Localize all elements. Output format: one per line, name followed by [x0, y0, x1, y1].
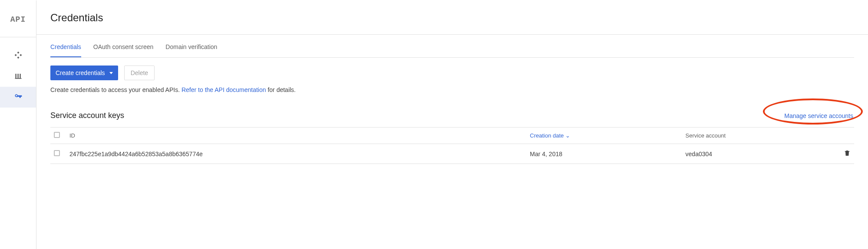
table-row[interactable]: 247fbc225e1a9db4424a6b52853a5a8b6365774e… — [50, 144, 854, 164]
section-header: Service account keys Manage service acco… — [50, 111, 854, 121]
row-checkbox[interactable] — [54, 150, 60, 156]
diamond-icon — [14, 51, 23, 61]
nav-library[interactable] — [0, 66, 36, 87]
nav-dashboard[interactable] — [0, 45, 36, 66]
cell-id: 247fbc225e1a9db4424a6b52853a5a8b6365774e — [66, 144, 526, 164]
section-title: Service account keys — [50, 111, 124, 120]
chevron-down-icon: ⌄ — [565, 132, 570, 139]
select-all-checkbox[interactable] — [54, 132, 60, 138]
tab-credentials[interactable]: Credentials — [50, 36, 81, 57]
tab-domain-verification[interactable]: Domain verification — [165, 36, 217, 57]
cell-service-account: veda0304 — [682, 144, 837, 164]
service-account-keys-table: ID Creation date⌄ Service account 247fbc… — [50, 127, 854, 164]
col-id[interactable]: ID — [66, 128, 526, 144]
col-service-account[interactable]: Service account — [682, 128, 837, 144]
main: Credentials Credentials OAuth consent sc… — [36, 0, 868, 249]
page-header: Credentials — [36, 0, 868, 35]
create-credentials-label: Create credentials — [56, 69, 105, 76]
key-icon — [14, 92, 23, 102]
nav-credentials[interactable] — [0, 87, 36, 108]
delete-button[interactable]: Delete — [124, 66, 155, 80]
delete-row-button[interactable] — [844, 151, 851, 158]
page-title: Credentials — [50, 12, 854, 24]
manage-service-accounts-link[interactable]: Manage service accounts — [783, 111, 854, 121]
chevron-down-icon — [109, 72, 113, 74]
tabs: Credentials OAuth consent screen Domain … — [50, 36, 854, 58]
trash-icon — [844, 151, 851, 158]
library-icon — [14, 72, 23, 82]
sidebar: API — [0, 0, 36, 249]
col-creation-date[interactable]: Creation date⌄ — [526, 128, 682, 144]
create-credentials-button[interactable]: Create credentials — [50, 66, 118, 80]
helper-text: Create credentials to access your enable… — [50, 86, 854, 93]
api-logo: API — [0, 8, 36, 37]
toolbar: Create credentials Delete — [50, 66, 854, 80]
cell-creation-date: Mar 4, 2018 — [526, 144, 682, 164]
api-documentation-link[interactable]: Refer to the API documentation — [182, 86, 266, 93]
tab-oauth-consent[interactable]: OAuth consent screen — [93, 36, 154, 57]
